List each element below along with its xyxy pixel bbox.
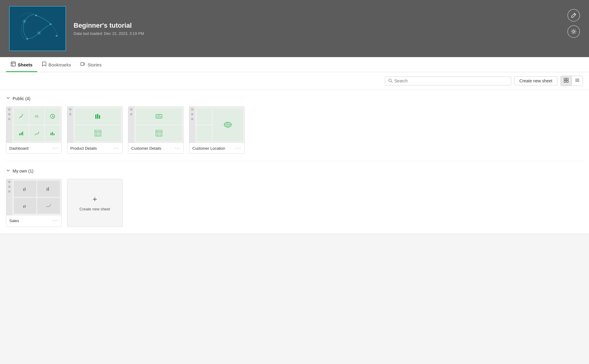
preview-cell-2: #1	[29, 108, 44, 124]
search-box[interactable]	[385, 77, 511, 85]
app-thumbnail	[9, 6, 66, 51]
svg-rect-25	[22, 132, 23, 135]
svg-rect-24	[21, 133, 22, 135]
sheet-card-footer-location: Customer Location ···	[189, 143, 244, 153]
card-strip-sales: ⊞ ⊞ ⊞	[6, 179, 12, 215]
sheet-name-customer: Customer Details	[131, 146, 161, 151]
section-divider	[6, 161, 583, 161]
edit-button[interactable]	[567, 9, 580, 22]
preview-sales-cell-4	[37, 198, 60, 214]
tab-stories[interactable]: Stories	[76, 58, 106, 72]
card-strip-product: ⊞ ⊞	[67, 107, 73, 143]
strip-icon-2: ⊞	[8, 113, 11, 116]
svg-rect-18	[564, 81, 566, 82]
svg-rect-31	[99, 115, 100, 119]
sheet-card-footer-customer: Customer Details ···	[128, 143, 183, 153]
svg-rect-10	[11, 62, 15, 66]
svg-rect-23	[19, 133, 20, 135]
myown-section-label: My own (1)	[13, 169, 33, 173]
sheet-name-dashboard: Dashboard	[9, 146, 29, 151]
svg-rect-29	[95, 115, 96, 119]
app-title: Beginner's tutorial	[74, 22, 144, 29]
card-preview-customer: ⊞ ⊞	[128, 107, 183, 143]
card-strip-location: ⊞ ⊞ ⊞	[189, 107, 195, 143]
sheet-card-footer-sales: Sales ···	[6, 215, 61, 226]
preview-product-cell-2	[75, 125, 121, 142]
preview-product-cell-1	[75, 108, 121, 124]
view-toggle	[560, 76, 583, 86]
sheet-card-dashboard[interactable]: ⊞ ⊞ ⊞ #1	[6, 106, 62, 154]
tab-bookmarks[interactable]: Bookmarks	[37, 58, 76, 72]
preview-sales-cell-3	[14, 198, 36, 214]
main-content: Public (4) ⊞ ⊞ ⊞ #1	[0, 90, 589, 233]
list-view-button[interactable]	[572, 76, 583, 86]
tab-sheets[interactable]: Sheets	[6, 58, 37, 72]
preview-cell-5	[29, 125, 44, 142]
preview-sales-cell-2	[37, 181, 60, 197]
preview-cell-6	[45, 125, 60, 142]
chevron-down-icon-myown	[6, 168, 10, 173]
svg-rect-52	[23, 206, 24, 208]
settings-button[interactable]	[567, 25, 580, 38]
card-preview-product: ⊞ ⊞	[67, 107, 122, 143]
svg-rect-26	[50, 133, 51, 135]
svg-rect-49	[25, 188, 26, 191]
svg-point-9	[573, 31, 575, 32]
sheet-card-footer-product: Product Details ···	[67, 143, 122, 153]
stories-icon	[81, 62, 85, 68]
public-section-header[interactable]: Public (4)	[6, 96, 583, 101]
card-strip-dashboard: ⊞ ⊞ ⊞	[6, 107, 12, 143]
strip-icon-1: ⊞	[8, 108, 11, 111]
app-info: Beginner's tutorial Data last loaded: De…	[74, 22, 144, 36]
app-header: Beginner's tutorial Data last loaded: De…	[0, 0, 589, 57]
card-preview-dashboard: ⊞ ⊞ ⊞ #1	[6, 107, 61, 143]
svg-rect-19	[566, 81, 568, 82]
card-preview-location: ⊞ ⊞ ⊞	[189, 107, 244, 143]
svg-rect-28	[53, 133, 54, 135]
sheet-card-customer-location[interactable]: ⊞ ⊞ ⊞ Customer Location ···	[189, 106, 245, 154]
sheet-card-customer-details[interactable]: ⊞ ⊞ Customer Details ···	[128, 106, 184, 154]
svg-rect-16	[564, 78, 566, 80]
sheet-menu-dashboard[interactable]: ···	[53, 145, 58, 151]
preview-loc-cell-1	[197, 108, 212, 124]
toolbar: Create new sheet	[0, 72, 589, 90]
preview-loc-cell-3	[197, 125, 212, 142]
strip-icon-3: ⊞	[8, 118, 11, 121]
header-actions	[567, 9, 580, 38]
public-section-label: Public (4)	[13, 96, 30, 101]
search-icon	[388, 78, 392, 84]
svg-rect-0	[10, 7, 66, 50]
svg-rect-51	[48, 187, 49, 191]
preview-cell	[14, 108, 29, 124]
sheet-menu-product[interactable]: ···	[114, 145, 119, 151]
svg-rect-53	[25, 205, 26, 208]
svg-rect-30	[97, 114, 98, 119]
grid-view-button[interactable]	[561, 76, 572, 86]
sheet-menu-customer[interactable]: ···	[175, 145, 180, 151]
create-new-sheet-card[interactable]: + Create new sheet	[67, 179, 123, 227]
preview-cell-4	[14, 125, 29, 142]
sheet-menu-location[interactable]: ···	[236, 145, 241, 151]
sheets-icon	[11, 62, 16, 68]
sheet-card-footer-dashboard: Dashboard ···	[6, 143, 61, 153]
sheet-card-sales[interactable]: ⊞ ⊞ ⊞	[6, 179, 62, 227]
tab-sheets-label: Sheets	[18, 62, 32, 67]
svg-point-38	[158, 115, 159, 116]
myown-section-header[interactable]: My own (1)	[6, 168, 583, 173]
create-new-sheet-label: Create new sheet	[80, 207, 110, 211]
preview-customer-cell-1	[136, 108, 182, 124]
sheet-name-location: Customer Location	[192, 146, 225, 151]
sheet-name-sales: Sales	[9, 219, 19, 223]
preview-customer-cell-2	[136, 125, 182, 142]
search-input[interactable]	[394, 78, 508, 83]
sheet-menu-sales[interactable]: ···	[53, 218, 58, 223]
preview-sales-cell-1	[14, 181, 36, 197]
myown-sheets-grid: ⊞ ⊞ ⊞	[6, 179, 583, 227]
bookmarks-icon	[42, 62, 46, 68]
public-sheets-grid: ⊞ ⊞ ⊞ #1	[6, 106, 583, 154]
svg-rect-17	[566, 78, 568, 80]
sheet-card-product-details[interactable]: ⊞ ⊞ Product Details ···	[67, 106, 123, 154]
svg-line-15	[391, 81, 392, 82]
chevron-down-icon	[6, 96, 10, 101]
create-new-sheet-button[interactable]: Create new sheet	[514, 76, 557, 85]
